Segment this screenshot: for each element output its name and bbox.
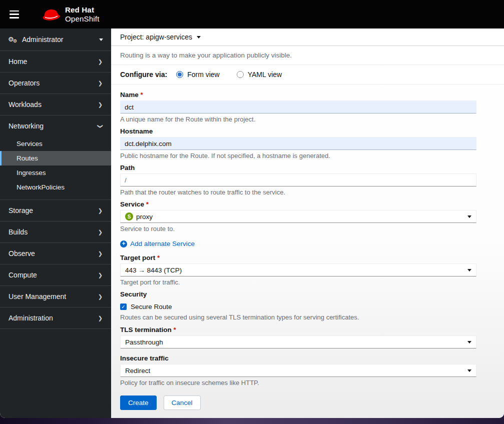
radio-form-view[interactable]: Form view: [176, 70, 220, 78]
hostname-label: Hostname: [120, 128, 476, 135]
path-input[interactable]: [120, 174, 476, 186]
sidebar-item-operators[interactable]: Operators❯: [0, 72, 111, 94]
caret-down-icon: [467, 269, 471, 272]
chevron-right-icon: ❯: [98, 80, 103, 86]
insecure-traffic-help-text: Policy for traffic on insecure schemes l…: [120, 379, 476, 386]
chevron-right-icon: ❯: [98, 272, 103, 278]
security-help-text: Routes can be secured using several TLS …: [120, 314, 476, 321]
insecure-traffic-select[interactable]: Redirect: [120, 364, 476, 377]
redhat-fedora-icon: [41, 6, 62, 22]
create-route-form: Name A unique name for the Route within …: [111, 84, 485, 416]
brand-text: Red Hat OpenShift: [65, 6, 100, 23]
service-label: Service: [120, 200, 476, 208]
hamburger-icon: [10, 10, 19, 12]
chevron-right-icon: ❯: [98, 58, 103, 65]
insecure-traffic-label: Insecure traffic: [120, 354, 476, 362]
cancel-button[interactable]: Cancel: [164, 396, 201, 410]
sidebar-item-compute[interactable]: Compute❯: [0, 264, 111, 286]
sidebar-subitem-routes[interactable]: Routes: [0, 151, 111, 166]
sidebar-item-storage[interactable]: Storage❯: [0, 200, 111, 222]
configure-via-row: Configure via: Form view YAML view: [111, 65, 504, 84]
caret-down-icon: [467, 341, 471, 344]
tls-termination-label: TLS termination: [120, 326, 476, 334]
chevron-right-icon: ❯: [98, 250, 103, 257]
target-port-help-text: Target port for traffic.: [120, 278, 476, 286]
insecure-traffic-select-value: Redirect: [125, 367, 150, 374]
create-button[interactable]: Create: [120, 396, 157, 410]
caret-down-icon: [467, 216, 471, 218]
form-actions: Create Cancel: [120, 396, 476, 416]
masthead: Red Hat OpenShift: [0, 0, 504, 28]
hostname-input[interactable]: [120, 137, 476, 150]
page-description: Routing is a way to make your applicatio…: [111, 46, 504, 64]
caret-down-icon: [467, 370, 471, 372]
perspective-switcher[interactable]: ⚙⚙ Administrator: [0, 28, 111, 51]
checkbox-checked-icon: ✓: [120, 304, 127, 310]
sidebar-item-home[interactable]: Home❯: [0, 51, 111, 72]
sidebar-item-observe[interactable]: Observe❯: [0, 243, 111, 264]
name-label: Name: [120, 91, 476, 98]
secure-route-checkbox-row[interactable]: ✓ Secure Route: [120, 303, 476, 310]
hostname-field-group: Hostname Public hostname for the Route. …: [120, 128, 476, 160]
secure-route-label: Secure Route: [131, 303, 172, 310]
insecure-traffic-field-group: Insecure traffic Redirect Policy for tra…: [120, 354, 476, 386]
cogs-icon: ⚙⚙: [8, 36, 17, 44]
target-port-label: Target port: [120, 254, 476, 262]
nav-list: Home❯ Operators❯ Workloads❯ Networking❯ …: [0, 51, 111, 329]
sidebar-subitem-ingresses[interactable]: Ingresses: [0, 166, 111, 180]
sidebar-subitem-services[interactable]: Services: [0, 136, 111, 151]
target-port-select-value: 443 → 8443 (TCP): [125, 266, 182, 274]
chevron-right-icon: ❯: [98, 102, 103, 108]
chevron-right-icon: ❯: [98, 294, 103, 300]
chevron-right-icon: ❯: [98, 315, 103, 322]
radio-unchecked-icon: [237, 71, 244, 78]
chevron-right-icon: ❯: [98, 208, 103, 214]
sidebar-subitem-networkpolicies[interactable]: NetworkPolicies: [0, 180, 111, 194]
tls-termination-select[interactable]: Passthrough: [120, 336, 476, 348]
main-content: Project: apigw-services Routing is a way…: [111, 28, 504, 418]
configure-via-label: Configure via:: [120, 70, 167, 78]
sidebar: ⚙⚙ Administrator Home❯ Operators❯ Worklo…: [0, 28, 111, 418]
brand-line2: OpenShift: [65, 14, 100, 23]
tls-termination-select-value: Passthrough: [125, 338, 163, 346]
chevron-right-icon: ❯: [98, 229, 103, 236]
path-field-group: Path Path that the router watches to rou…: [120, 164, 476, 196]
chevron-down-icon: [197, 36, 201, 38]
project-selector-label: Project: apigw-services: [120, 33, 192, 41]
chevron-down-icon: ❯: [97, 124, 104, 128]
plus-circle-icon: +: [120, 240, 127, 248]
service-field-group: Service S proxy Service to route to.: [120, 200, 476, 232]
security-section-label: Security: [120, 290, 476, 298]
hostname-help-text: Public hostname for the Route. If not sp…: [120, 152, 476, 160]
project-selector[interactable]: Project: apigw-services: [111, 28, 504, 46]
radio-checked-icon: [176, 71, 183, 78]
app-body: ⚙⚙ Administrator Home❯ Operators❯ Worklo…: [0, 28, 504, 418]
service-select[interactable]: S proxy: [120, 210, 476, 223]
chevron-down-icon: [99, 38, 103, 41]
sidebar-item-workloads[interactable]: Workloads❯: [0, 94, 111, 116]
sidebar-item-builds[interactable]: Builds❯: [0, 222, 111, 243]
perspective-label: Administrator: [22, 36, 63, 44]
networking-subnav: Services Routes Ingresses NetworkPolicie…: [0, 136, 111, 200]
service-help-text: Service to route to.: [120, 225, 476, 232]
sidebar-item-user-management[interactable]: User Management❯: [0, 286, 111, 308]
name-input[interactable]: [120, 100, 476, 114]
redhat-openshift-logo: Red Hat OpenShift: [42, 6, 100, 23]
brand-line1: Red Hat: [65, 6, 100, 14]
name-field-group: Name A unique name for the Route within …: [120, 91, 476, 123]
target-port-select[interactable]: 443 → 8443 (TCP): [120, 264, 476, 276]
add-alternate-service-row: + Add alternate Service: [120, 238, 476, 248]
tls-termination-field-group: TLS termination Passthrough: [120, 326, 476, 348]
radio-yaml-view[interactable]: YAML view: [237, 70, 282, 78]
browser-window: Red Hat OpenShift ⚙⚙ Administrator Home❯…: [0, 0, 504, 418]
service-select-value: proxy: [136, 213, 153, 220]
service-resource-badge-icon: S: [125, 212, 133, 220]
path-label: Path: [120, 164, 476, 172]
name-help-text: A unique name for the Route within the p…: [120, 116, 476, 123]
sidebar-item-administration[interactable]: Administration❯: [0, 308, 111, 329]
path-help-text: Path that the router watches to route tr…: [120, 188, 476, 196]
sidebar-item-networking[interactable]: Networking❯: [0, 116, 111, 136]
target-port-field-group: Target port 443 → 8443 (TCP) Target port…: [120, 254, 476, 286]
add-alternate-service-button[interactable]: + Add alternate Service: [120, 240, 195, 248]
hamburger-menu-button[interactable]: [9, 10, 21, 20]
